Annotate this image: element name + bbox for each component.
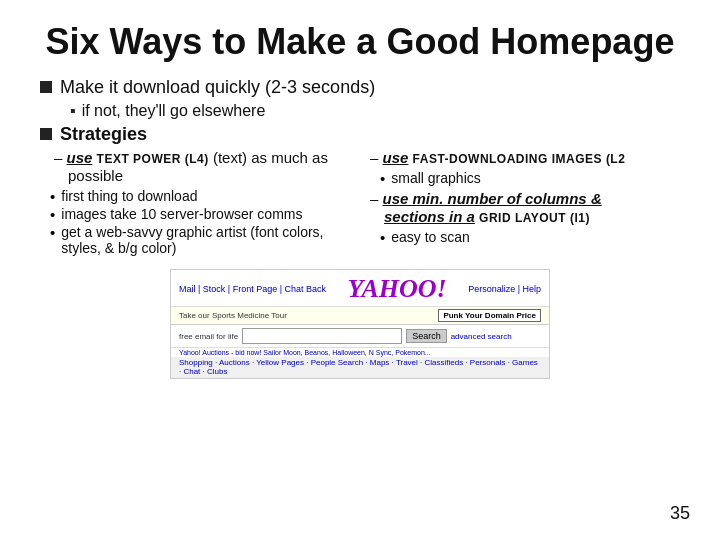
yahoo-promo-box: Punk Your Domain Price — [438, 309, 541, 322]
yahoo-banner: Take our Sports Medicine Tour Punk Your … — [171, 307, 549, 325]
page-number: 35 — [670, 503, 690, 524]
yahoo-screenshot: Mail | Stock | Front Page | Chat Back YA… — [170, 269, 550, 379]
yahoo-search-row: free email for life Search advanced sear… — [171, 325, 549, 348]
left-item-1: • first thing to download — [50, 188, 350, 205]
left-heading: – use TEXT POWER (L4) (text) as much as … — [54, 149, 350, 185]
yahoo-search-input[interactable] — [242, 328, 402, 344]
yahoo-screenshot-container: Mail | Stock | Front Page | Chat Back YA… — [40, 263, 680, 379]
sub-dash-1: ▪ — [70, 102, 76, 120]
right-item-1: • small graphics — [380, 170, 680, 187]
yahoo-nav-link: Mail | Stock | Front Page | Chat Back — [179, 284, 326, 294]
strategies-left: – use TEXT POWER (L4) (text) as much as … — [40, 149, 350, 257]
yahoo-header: Mail | Stock | Front Page | Chat Back YA… — [171, 270, 549, 307]
right-heading-2: – use min. number of columns & sections … — [370, 190, 680, 226]
yahoo-free-email: free email for life — [179, 332, 238, 341]
sub-bullet1: ▪ if not, they'll go elsewhere — [70, 102, 680, 120]
left-item-1-text: first thing to download — [61, 188, 197, 204]
right-item-2-text: easy to scan — [391, 229, 470, 245]
yahoo-advanced-link[interactable]: advanced search — [451, 332, 512, 341]
right-item-2: • easy to scan — [380, 229, 680, 246]
right-item-1-text: small graphics — [391, 170, 480, 186]
left-item-2: • images take 10 server-browser comms — [50, 206, 350, 223]
yahoo-nav-links: Shopping · Auctions · Yellow Pages · Peo… — [171, 357, 549, 378]
bullet1-text: Make it download quickly (2-3 seconds) — [60, 77, 375, 98]
bullet-square-1 — [40, 81, 52, 93]
left-item-2-text: images take 10 server-browser comms — [61, 206, 302, 222]
slide-title: Six Ways to Make a Good Homepage — [40, 20, 680, 63]
left-item-3: • get a web-savvy graphic artist (font c… — [50, 224, 350, 256]
yahoo-nav-links2: Mail · Calendar · Messenger · Companion … — [171, 378, 549, 379]
bullet2-strategies: Strategies — [60, 124, 147, 145]
right-heading-1: – use FAST-DOWNLOADING IMAGES (L2 — [370, 149, 680, 167]
strategies-columns: – use TEXT POWER (L4) (text) as much as … — [40, 149, 680, 257]
strategies-right: – use FAST-DOWNLOADING IMAGES (L2 • smal… — [350, 149, 680, 247]
bullet2: Strategies — [40, 124, 680, 145]
bullet1: Make it download quickly (2-3 seconds) — [40, 77, 680, 98]
yahoo-logo: YAHOO! — [348, 274, 447, 304]
left-item-3-text: get a web-savvy graphic artist (font col… — [61, 224, 350, 256]
yahoo-promo-text: Take our Sports Medicine Tour — [179, 311, 287, 320]
yahoo-search-button[interactable]: Search — [406, 329, 447, 343]
sub-bullet1-text: if not, they'll go elsewhere — [82, 102, 266, 120]
slide: Six Ways to Make a Good Homepage Make it… — [0, 0, 720, 540]
yahoo-right-nav: Personalize | Help — [468, 284, 541, 294]
yahoo-auctions-line: Yahoo! Auctions - bid now! Sailor Moon, … — [171, 348, 549, 357]
bullet-square-2 — [40, 128, 52, 140]
